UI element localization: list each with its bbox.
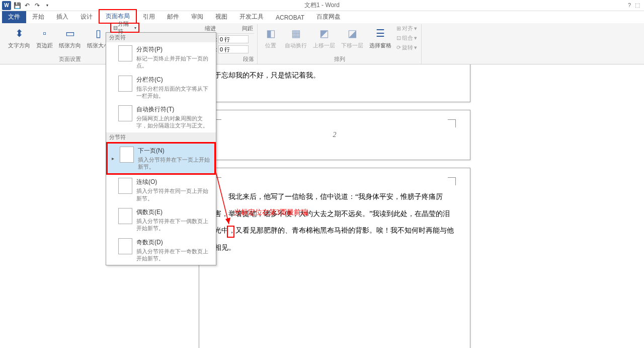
document-title: 文档1 - Word <box>304 1 340 10</box>
dd-item-page-break[interactable]: 分页符(P) 标记一页终止并开始下一页的点。 <box>106 42 216 64</box>
word-app-icon: W <box>2 1 11 10</box>
send-backward-icon: ◪ <box>344 25 360 41</box>
orientation-icon: ▭ <box>62 25 78 41</box>
wrap-text-button[interactable]: ▦ 自动换行 <box>283 24 309 49</box>
bring-forward-icon: ◩ <box>316 25 332 41</box>
wrap-text-icon: ▦ <box>288 25 304 41</box>
tab-baidu[interactable]: 百度网盘 <box>310 11 347 23</box>
group-button[interactable]: ⊡ 组合 ▾ <box>395 34 418 42</box>
arrange-group-label: 排列 <box>261 55 418 64</box>
tab-design[interactable]: 设计 <box>74 11 99 23</box>
indent-label: 缩进 <box>205 25 216 32</box>
spacing-label: 间距 <box>242 25 253 32</box>
tab-insert[interactable]: 插入 <box>50 11 74 23</box>
tab-review[interactable]: 审阅 <box>185 11 209 23</box>
bring-forward-button[interactable]: ◩ 上移一层 <box>311 24 337 49</box>
ribbon-group-arrange: ◧ 位置 ▦ 自动换行 ◩ 上移一层 ◪ 下移一层 ☰ 选择窗格 ⊞ 对齐 ▾ … <box>258 24 422 64</box>
selection-pane-button[interactable]: ☰ 选择窗格 <box>367 24 393 49</box>
group-icon: ⊡ <box>396 35 401 41</box>
chevron-down-icon: ▾ <box>134 26 136 30</box>
rotate-button[interactable]: ⟳ 旋转 ▾ <box>395 43 418 52</box>
breaks-dropdown: 分页符 分页符(P) 标记一页终止并开始下一页的点。 分栏符(C) 指示分栏符后… <box>106 32 216 64</box>
tab-file[interactable]: 文件 <box>2 11 26 23</box>
position-button[interactable]: ◧ 位置 <box>261 24 281 49</box>
margins-icon: ▫ <box>37 25 53 41</box>
tab-developer[interactable]: 开发工具 <box>233 11 270 23</box>
redo-icon[interactable]: ↷ <box>33 2 41 10</box>
send-backward-button[interactable]: ◪ 下移一层 <box>339 24 365 49</box>
quick-access-toolbar: W 💾 ↶ ↷ ▾ <box>0 1 51 10</box>
spacing-after-input[interactable] <box>218 45 249 53</box>
ribbon-tabs: 文件 开始 插入 设计 页面布局 引用 邮件 审阅 视图 开发工具 ACROBA… <box>0 11 644 23</box>
breaks-button[interactable]: ⊟ 分隔符 ▾ <box>110 23 139 33</box>
spacing-before-input[interactable] <box>218 35 249 43</box>
ribbon: ⬍ 文字方向 ▫ 页边距 ▭ 纸张方向 ▯ 纸张大小 ▥ 分栏 页面设置 <box>0 23 644 64</box>
tab-mailings[interactable]: 邮件 <box>161 11 185 23</box>
breaks-icon: ⊟ <box>113 25 118 31</box>
title-controls: ? ⬚ <box>628 2 644 9</box>
rotate-icon: ⟳ <box>396 44 401 51</box>
undo-icon[interactable]: ↶ <box>23 2 31 10</box>
title-bar: W 💾 ↶ ↷ ▾ 文档1 - Word ? ⬚ <box>0 0 644 11</box>
help-icon[interactable]: ? <box>628 2 631 9</box>
qat-dropdown-icon[interactable]: ▾ <box>43 2 51 10</box>
tab-home[interactable]: 开始 <box>26 11 50 23</box>
align-icon: ⊞ <box>396 25 401 32</box>
tab-view[interactable]: 视图 <box>209 11 233 23</box>
position-icon: ◧ <box>263 25 279 41</box>
tab-references[interactable]: 引用 <box>137 11 161 23</box>
align-button[interactable]: ⊞ 对齐 ▾ <box>395 24 418 33</box>
tab-acrobat[interactable]: ACROBAT <box>270 12 310 23</box>
selection-pane-icon: ☰ <box>372 25 388 41</box>
page-size-icon: ▯ <box>90 25 106 41</box>
ribbon-display-icon[interactable]: ⬚ <box>635 2 640 9</box>
text-direction-button[interactable]: ⬍ 文字方向 <box>6 24 32 49</box>
page-break-icon <box>118 45 132 61</box>
margins-button[interactable]: ▫ 页边距 <box>34 24 55 49</box>
save-icon[interactable]: 💾 <box>13 2 21 10</box>
text-direction-icon: ⬍ <box>11 25 27 41</box>
orientation-button[interactable]: ▭ 纸张方向 <box>57 24 83 49</box>
